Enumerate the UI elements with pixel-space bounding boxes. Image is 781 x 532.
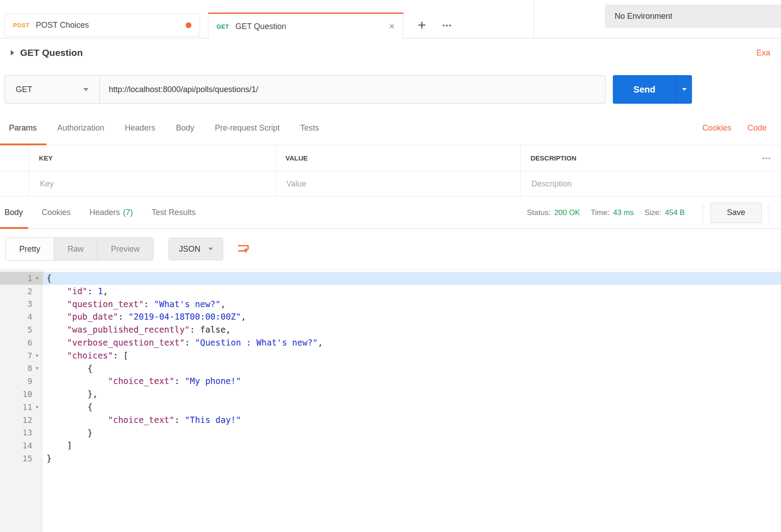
view-preview-button[interactable]: Preview	[97, 238, 153, 260]
line-number: 7▾	[0, 349, 43, 362]
code-line: 12 "choice_text": "This day!"	[0, 414, 781, 426]
response-meta-bar: Body Cookies Headers (7) Test Results St…	[0, 197, 781, 229]
request-title: GET Question	[20, 47, 83, 58]
tab-label: POST Choices	[36, 21, 89, 30]
json-code-view: 1▾{2 "id": 1,3 "question_text": "What's …	[0, 270, 781, 465]
chevron-down-icon	[208, 248, 213, 250]
unsaved-changes-dot	[186, 22, 191, 28]
code-line: 4 "pub_date": "2019-04-18T00:00:00Z",	[0, 310, 781, 323]
format-dropdown[interactable]: JSON	[169, 238, 223, 260]
size-label: Size:	[645, 208, 662, 217]
params-input-row	[0, 171, 781, 197]
response-body-editor: 1▾{2 "id": 1,3 "question_text": "What's …	[0, 269, 781, 532]
code-line: 14 ]	[0, 439, 781, 452]
status-label: Status:	[527, 208, 551, 217]
format-value: JSON	[179, 245, 200, 254]
response-tab-cookies[interactable]: Cookies	[42, 197, 71, 228]
code-link[interactable]: Code	[747, 123, 767, 133]
chevron-down-icon	[682, 88, 687, 91]
line-number: 2	[0, 285, 43, 298]
request-tabs: Params Authorization Headers Body Pre-re…	[0, 111, 781, 145]
response-body-toolbar: Pretty Raw Preview JSON	[0, 229, 781, 269]
column-header-key: KEY	[29, 145, 275, 171]
tab-post-choices[interactable]: POST POST Choices	[4, 13, 200, 37]
tab-options-icon[interactable]: •••	[435, 13, 460, 37]
tab-label: GET Question	[235, 22, 286, 31]
params-table: KEY VALUE DESCRIPTION •••	[0, 145, 781, 197]
line-number: 1▾	[0, 272, 43, 285]
param-key-input[interactable]	[39, 179, 265, 189]
code-line: 5 "was_published_recently": false,	[0, 323, 781, 336]
code-line: 9 "choice_text": "My phone!"	[0, 375, 781, 388]
wrap-text-icon	[237, 242, 250, 255]
view-mode-group: Pretty Raw Preview	[5, 237, 153, 261]
wrap-text-button[interactable]	[234, 239, 253, 259]
tab-get-question[interactable]: GET GET Question ✕	[208, 13, 403, 39]
cookies-link[interactable]: Cookies	[702, 123, 731, 133]
tab-params[interactable]: Params	[9, 111, 37, 145]
code-line: 6 "verbose_question_text": "Question : W…	[0, 336, 781, 349]
tab-tests[interactable]: Tests	[300, 111, 319, 145]
method-dropdown[interactable]: GET	[5, 76, 100, 103]
environment-label: No Environment	[615, 12, 672, 21]
fold-toggle-icon[interactable]: ▾	[33, 404, 41, 410]
examples-link[interactable]: Exa	[756, 48, 770, 58]
tab-headers[interactable]: Headers	[125, 111, 155, 145]
param-description-input[interactable]	[531, 179, 771, 189]
view-raw-button[interactable]: Raw	[54, 238, 97, 260]
response-tab-body[interactable]: Body	[4, 197, 23, 228]
close-tab-icon[interactable]: ✕	[389, 23, 395, 30]
params-menu-icon[interactable]: •••	[762, 155, 771, 161]
url-input[interactable]	[100, 76, 605, 103]
line-number: 15	[0, 452, 43, 465]
fold-toggle-icon[interactable]: ▾	[33, 353, 41, 359]
divider	[703, 203, 703, 223]
fold-toggle-icon[interactable]: ▾	[33, 365, 41, 371]
line-number: 9	[0, 375, 43, 388]
row-select-column	[0, 145, 29, 171]
save-response-button[interactable]: Save	[710, 203, 762, 223]
row-select-cell	[0, 171, 29, 196]
url-builder-row: GET Send	[0, 68, 781, 111]
param-value-input[interactable]	[285, 179, 510, 189]
collapse-caret-icon[interactable]	[11, 50, 14, 55]
line-number: 12	[0, 414, 43, 426]
chevron-down-icon	[83, 88, 89, 91]
headers-label: Headers	[89, 208, 120, 217]
response-status-group: Status: 200 OK Time: 43 ms Size: 454 B S…	[527, 203, 777, 223]
view-pretty-button[interactable]: Pretty	[6, 238, 54, 260]
divider	[769, 203, 769, 223]
send-button-group: Send	[613, 75, 692, 104]
line-number: 6	[0, 336, 43, 349]
code-line: 13 }	[0, 426, 781, 439]
status-value: 200 OK	[554, 208, 580, 217]
code-line: 8▾ {	[0, 362, 781, 375]
fold-toggle-icon[interactable]: ▾	[33, 275, 41, 281]
response-tab-headers[interactable]: Headers (7)	[89, 197, 133, 228]
params-header-row: KEY VALUE DESCRIPTION •••	[0, 145, 781, 171]
code-line: 15}	[0, 452, 781, 465]
tab-pre-request-script[interactable]: Pre-request Script	[215, 111, 280, 145]
tab-authorization[interactable]: Authorization	[57, 111, 104, 145]
new-tab-button[interactable]: +	[411, 13, 433, 37]
column-header-value: VALUE	[275, 145, 520, 171]
code-line: 10 },	[0, 388, 781, 401]
method-badge-get: GET	[216, 23, 229, 30]
url-bar: GET	[4, 75, 606, 104]
tab-body[interactable]: Body	[176, 111, 194, 145]
send-button[interactable]: Send	[613, 75, 676, 104]
request-links: Cookies Code	[702, 123, 772, 133]
line-number: 8▾	[0, 362, 43, 375]
tab-strip: POST POST Choices GET GET Question ✕ + •…	[0, 0, 781, 38]
line-number: 14	[0, 439, 43, 452]
time-value: 43 ms	[613, 208, 633, 217]
send-options-button[interactable]	[676, 75, 692, 104]
environment-selector[interactable]: No Environment	[605, 4, 781, 28]
postman-app: POST POST Choices GET GET Question ✕ + •…	[0, 0, 781, 532]
headers-count-badge: (7)	[123, 208, 133, 217]
size-value: 454 B	[665, 208, 685, 217]
response-tab-test-results[interactable]: Test Results	[152, 197, 195, 228]
method-value: GET	[16, 85, 32, 94]
line-number: 4	[0, 310, 43, 323]
request-title-bar: GET Question Exa	[0, 38, 781, 67]
